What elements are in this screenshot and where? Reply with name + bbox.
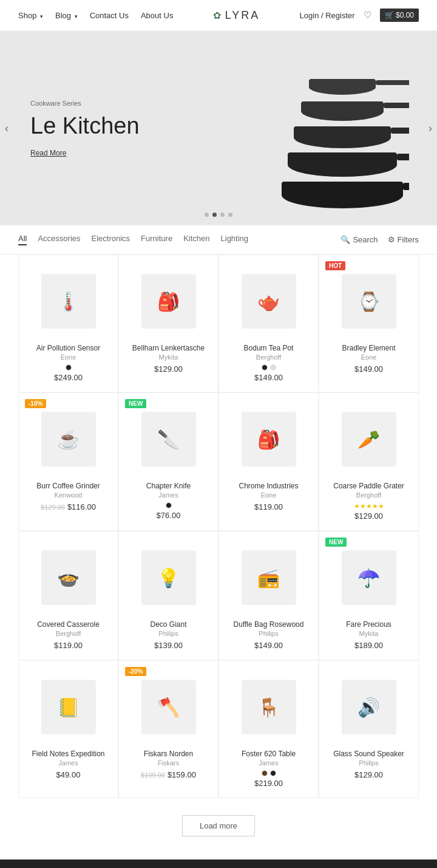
category-filters: All Accessories Electronics Furniture Ki…	[18, 234, 248, 245]
product-image-placeholder: 🪑	[242, 680, 296, 734]
color-swatch[interactable]	[270, 364, 276, 371]
hero-dot-1[interactable]	[205, 213, 209, 217]
color-swatch[interactable]	[166, 502, 172, 508]
product-card[interactable]: 🥕 Coarse Paddle Grater Berghoff ★★★★★ $1…	[319, 392, 419, 531]
product-card[interactable]: -10% ☕ Burr Coffee Grinder Kenwood $129.…	[18, 392, 118, 531]
cookware-illustration	[203, 37, 409, 219]
nav-about[interactable]: About Us	[141, 11, 173, 20]
product-price: $76.00	[126, 511, 211, 520]
product-price: $119.00	[26, 641, 110, 650]
product-name: Fare Precious	[327, 620, 411, 629]
product-price: $219.00	[226, 779, 311, 788]
cart-button[interactable]: 🛒 $0.00	[380, 9, 419, 22]
filter-lighting[interactable]: Lighting	[221, 234, 249, 245]
product-card[interactable]: 🍲 Covered Casserole Berghoff $119.00	[18, 531, 118, 660]
product-image-placeholder: ☕	[41, 412, 96, 466]
load-more-button[interactable]: Load more	[182, 815, 255, 836]
filter-kitchen[interactable]: Kitchen	[183, 234, 209, 245]
product-card[interactable]: NEW 🔪 Chapter Knife James $76.00	[118, 392, 218, 531]
nav-blog[interactable]: Blog ▾	[55, 11, 78, 20]
product-image-placeholder: 📒	[41, 680, 96, 734]
svg-rect-7	[294, 126, 391, 139]
color-swatch[interactable]	[270, 770, 276, 776]
color-swatch[interactable]	[66, 364, 72, 371]
color-swatch[interactable]	[262, 364, 268, 371]
product-image-placeholder: 📻	[242, 550, 296, 605]
product-brand: James	[26, 759, 110, 767]
product-brand: Berghoff	[327, 491, 411, 499]
hero-prev-arrow[interactable]: ‹	[5, 122, 8, 135]
product-price: $129.00	[327, 511, 411, 521]
filters-button[interactable]: ⚙ Filters	[388, 235, 419, 244]
product-card[interactable]: 🫖 Bodum Tea Pot Berghoff $149.00	[218, 255, 319, 392]
product-name: Coarse Paddle Grater	[327, 482, 411, 490]
product-price: $119.00	[226, 502, 311, 511]
product-card[interactable]: 💡 Deco Giant Philips $139.00	[118, 531, 218, 660]
hero-dot-3[interactable]	[220, 213, 225, 217]
product-name: Bradley Element	[327, 344, 411, 352]
filter-actions: 🔍 Search ⚙ Filters	[340, 235, 419, 244]
product-card[interactable]: 🌡️ Air Pollution Sensor Eone $249.00	[18, 255, 118, 392]
product-image: 🍲	[26, 541, 110, 614]
filter-icon: ⚙	[388, 235, 395, 244]
product-badge: NEW	[125, 399, 146, 408]
product-image: ☂️	[327, 541, 411, 614]
product-image: 📻	[226, 541, 311, 614]
logo-icon: ✿	[213, 10, 223, 21]
product-name: Foster 620 Table	[226, 750, 311, 758]
product-image-placeholder: 🎒	[242, 412, 296, 466]
login-link[interactable]: Login / Register	[300, 11, 355, 20]
product-image: ☕	[26, 403, 110, 476]
product-brand: Mykita	[327, 630, 411, 637]
product-card[interactable]: HOT ⌚ Bradley Element Eone $149.00	[319, 255, 419, 392]
hero-next-arrow[interactable]: ›	[429, 122, 432, 135]
product-card[interactable]: 📒 Field Notes Expedition James $49.00	[18, 660, 118, 798]
nav-contact[interactable]: Contact Us	[90, 11, 129, 20]
product-image-placeholder: 🎒	[141, 274, 196, 329]
product-card[interactable]: -20% 🪓 Fiskars Norden Fiskars $199.00$15…	[118, 660, 218, 798]
product-name: Glass Sound Speaker	[327, 750, 411, 758]
product-image-placeholder: 🔪	[141, 412, 196, 466]
product-name: Field Notes Expedition	[26, 750, 110, 758]
product-brand: Berghoff	[226, 354, 311, 361]
product-price: $149.00	[226, 373, 311, 382]
filter-accessories[interactable]: Accessories	[38, 234, 80, 245]
product-card[interactable]: 🎒 Bellharn Lenkertasche Mykita $129.00	[118, 255, 218, 392]
product-image-placeholder: 🥕	[342, 412, 396, 466]
color-swatch[interactable]	[262, 770, 268, 776]
hero-series: Cookware Series	[30, 100, 140, 107]
product-brand: Eone	[26, 354, 110, 361]
product-rating: ★★★★★	[327, 502, 411, 510]
product-brand: Mykita	[126, 354, 211, 361]
product-card[interactable]: 🎒 Chrome Industries Eone $119.00	[218, 392, 319, 531]
product-brand: Philips	[226, 630, 311, 637]
product-name: Covered Casserole	[26, 620, 110, 629]
hero-dot-4[interactable]	[228, 213, 232, 217]
product-card[interactable]: 🔊 Glass Sound Speaker Philips $129.00	[319, 660, 419, 798]
nav-shop[interactable]: Shop ▾	[18, 11, 43, 20]
product-name: Chrome Industries	[226, 482, 311, 490]
filter-all[interactable]: All	[18, 234, 27, 245]
hero-dot-2[interactable]	[212, 213, 217, 217]
nav-links: Shop ▾ Blog ▾ Contact Us About Us	[18, 11, 173, 20]
wishlist-icon[interactable]: ♡	[364, 10, 371, 21]
product-card[interactable]: 📻 Duffle Bag Rosewood Philips $149.00	[218, 531, 319, 660]
svg-rect-11	[384, 103, 409, 108]
product-card[interactable]: 🪑 Foster 620 Table James $219.00	[218, 660, 319, 798]
svg-rect-2	[403, 183, 409, 190]
product-colors	[226, 770, 311, 776]
filter-furniture[interactable]: Furniture	[141, 234, 172, 245]
product-price: $199.00$159.00	[126, 770, 211, 779]
product-price: $139.00	[126, 641, 211, 650]
hero-cta-button[interactable]: Read More	[30, 149, 140, 157]
product-grid: 🌡️ Air Pollution Sensor Eone $249.00 🎒 B…	[18, 255, 419, 798]
product-card[interactable]: NEW ☂️ Fare Precious Mykita $189.00	[319, 531, 419, 660]
product-name: Air Pollution Sensor	[26, 344, 110, 352]
product-image: 🪑	[226, 671, 311, 743]
site-logo[interactable]: ✿ LYRA	[213, 9, 260, 22]
product-brand: Eone	[327, 354, 411, 361]
search-button[interactable]: 🔍 Search	[340, 235, 378, 244]
filter-electronics[interactable]: Electronics	[92, 234, 130, 245]
product-name: Bellharn Lenkertasche	[126, 344, 211, 352]
product-name: Fiskars Norden	[126, 750, 211, 758]
